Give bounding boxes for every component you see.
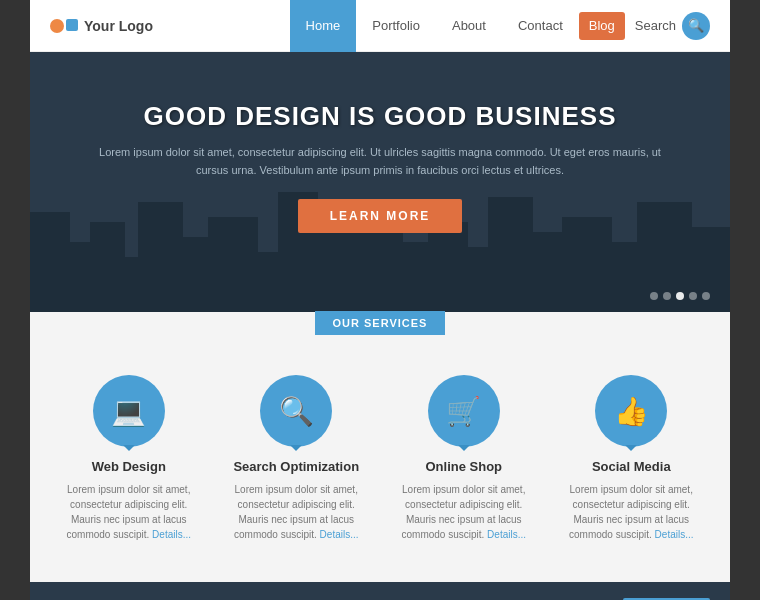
seo-desc: Lorem ipsum dolor sit amet, consectetur … [228,482,366,542]
building-6 [180,237,210,312]
dot-4[interactable] [689,292,697,300]
shop-link[interactable]: Details... [487,529,526,540]
dot-3[interactable] [676,292,684,300]
dot-5[interactable] [702,292,710,300]
site-wrapper: Your Logo Home Portfolio About Contact B… [30,0,730,600]
services-badge: OUR SERVICES [315,311,446,335]
hero-dots [650,292,710,300]
building-3 [90,222,125,312]
logo-square-blue [66,19,78,31]
web-design-desc: Lorem ipsum dolor sit amet, consectetur … [60,482,198,542]
search-area: Search 🔍 [635,12,710,40]
service-card-social: 👍 Social Media Lorem ipsum dolor sit ame… [553,365,711,552]
nav-portfolio[interactable]: Portfolio [356,0,436,52]
building-8 [255,252,280,312]
nav-contact[interactable]: Contact [502,0,579,52]
building-10 [315,232,350,312]
logo-circle-orange [50,19,64,33]
social-link[interactable]: Details... [655,529,694,540]
hero-title: GOOD DESIGN IS GOOD BUSINESS [90,101,670,132]
shop-title: Online Shop [395,459,533,474]
service-card-web: 💻 Web Design Lorem ipsum dolor sit amet,… [50,365,208,552]
building-13 [428,222,468,312]
portfolio-header: Our Portfolio Awesome More Works [30,582,730,600]
logo-icon [50,19,78,33]
services-header: OUR SERVICES [30,312,730,335]
building-16 [530,232,565,312]
seo-title: Search Optimization [228,459,366,474]
header: Your Logo Home Portfolio About Contact B… [30,0,730,52]
service-card-shop: 🛒 Online Shop Lorem ipsum dolor sit amet… [385,365,543,552]
seo-link[interactable]: Details... [320,529,359,540]
logo-area: Your Logo [50,18,290,34]
nav-home[interactable]: Home [290,0,357,52]
main-nav: Home Portfolio About Contact Blog [290,0,625,51]
logo-text: Your Logo [84,18,153,34]
search-label: Search [635,18,676,33]
social-icon: 👍 [595,375,667,447]
portfolio-section: Our Portfolio Awesome More Works [30,582,730,600]
social-desc: Lorem ipsum dolor sit amet, consectetur … [563,482,701,542]
building-12 [400,242,430,312]
web-design-link[interactable]: Details... [152,529,191,540]
web-design-icon: 💻 [93,375,165,447]
dot-2[interactable] [663,292,671,300]
hero-subtitle: Lorem ipsum dolor sit amet, consectetur … [90,144,670,179]
shop-desc: Lorem ipsum dolor sit amet, consectetur … [395,482,533,542]
shop-icon: 🛒 [428,375,500,447]
services-section: OUR SERVICES 💻 Web Design Lorem ipsum do… [30,312,730,582]
search-button[interactable]: 🔍 [682,12,710,40]
services-grid: 💻 Web Design Lorem ipsum dolor sit amet,… [30,365,730,552]
hero-cta-button[interactable]: LEARN MORE [298,199,463,233]
nav-about[interactable]: About [436,0,502,52]
hero-section: GOOD DESIGN IS GOOD BUSINESS Lorem ipsum… [30,52,730,312]
building-18 [610,242,640,312]
seo-icon: 🔍 [260,375,332,447]
nav-blog[interactable]: Blog [579,12,625,40]
dot-1[interactable] [650,292,658,300]
service-card-seo: 🔍 Search Optimization Lorem ipsum dolor … [218,365,376,552]
web-design-title: Web Design [60,459,198,474]
social-title: Social Media [563,459,701,474]
hero-content: GOOD DESIGN IS GOOD BUSINESS Lorem ipsum… [30,101,730,233]
